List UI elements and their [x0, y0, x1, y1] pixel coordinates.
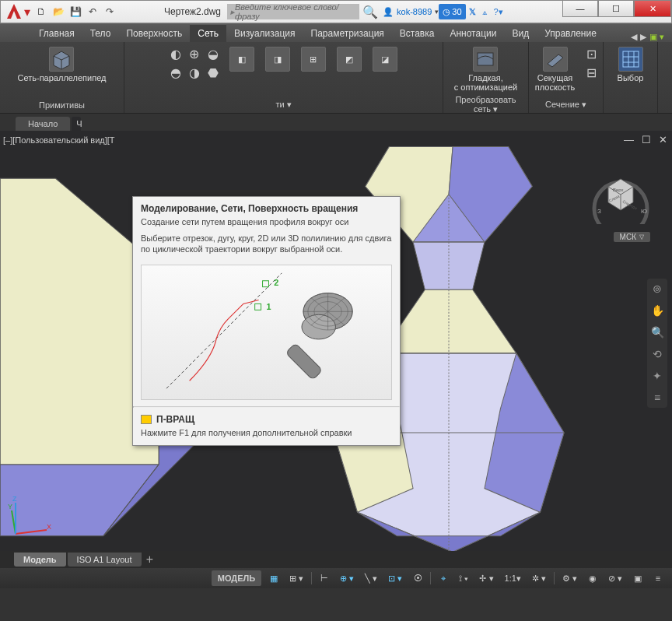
sb-3dosnap-icon[interactable]: ⦿ [410, 570, 425, 586]
minimize-button[interactable]: — [562, 0, 598, 17]
tooltip-command: П-ВРАЩ [133, 408, 400, 426]
ribbon-scroll-right-icon[interactable]: ▶ [640, 32, 646, 42]
help-icon[interactable]: ?▾ [491, 4, 506, 19]
trial-badge[interactable]: ◷30 [439, 4, 465, 19]
qat-redo-icon[interactable]: ↷ [102, 4, 117, 19]
search-icon[interactable]: 🔍 [362, 5, 378, 19]
section-tool-icon[interactable]: ⊡ [583, 45, 600, 62]
mesh-refine-icon[interactable]: ⊞ [298, 45, 329, 73]
ribbon-tab[interactable]: Вид [504, 25, 537, 42]
tooltip-title: Моделирование, Сети, Поверхность вращени… [133, 197, 400, 217]
command-tooltip: Моделирование, Сети, Поверхность вращени… [132, 196, 401, 446]
wcs-label[interactable]: МСК▽ [614, 232, 650, 242]
ribbon-tab-active[interactable]: Сеть [190, 25, 226, 42]
sb-hardware-icon[interactable]: ◉ [585, 570, 600, 586]
ribbon-tab[interactable]: Визуализация [226, 25, 303, 42]
ribbon-scroll-left-icon[interactable]: ◀ [631, 32, 637, 42]
mesh-box-button[interactable]: Сеть-параллелепипед [15, 45, 110, 84]
showmotion-icon[interactable]: ✦ [650, 369, 664, 383]
layout-tab-model[interactable]: Модель [14, 553, 66, 567]
layout-tab[interactable]: ISO A1 Layout [68, 553, 142, 567]
sb-anno-vis-icon[interactable]: ✲ ▾ [529, 570, 549, 586]
svg-text:Верх: Верх [613, 188, 624, 192]
mesh-smooth-more-icon[interactable]: ◧ [226, 45, 257, 73]
svg-text:2: 2 [274, 277, 278, 286]
svg-rect-4 [478, 53, 493, 65]
panel-convert: Гладкая, с оптимизацией Преобразовать се… [443, 42, 529, 113]
section-plane-button[interactable]: Секущая плоскость [532, 45, 578, 93]
sb-isolate-icon[interactable]: ⊘ ▾ [605, 570, 625, 586]
sb-customize-icon[interactable]: ≡ [650, 570, 666, 586]
mesh-tool-icon[interactable]: ◐ [167, 45, 184, 62]
drawing-viewport[interactable]: [–][Пользовательский вид][Т — ☐ ✕ [0, 131, 672, 568]
mesh-tool-icon[interactable]: ◒ [205, 45, 222, 62]
maximize-button[interactable]: ☐ [598, 0, 634, 17]
panel-label: Сечение ▾ [545, 98, 586, 111]
sb-gizmo-icon[interactable]: ✢ ▾ [476, 570, 496, 586]
sb-dynamic-ucs-icon[interactable]: ⌖ [436, 570, 451, 586]
viewcube[interactable]: З Ю Верх Слева Спереди [590, 162, 652, 224]
exchange-icon[interactable]: 𝕏 [466, 4, 479, 19]
file-tab-strip: Начало Ч [0, 114, 672, 131]
sb-filter-icon[interactable]: ⟟ ▾ [456, 570, 471, 586]
ribbon-tab[interactable]: Аннотации [442, 25, 504, 42]
pan-icon[interactable]: ✋ [650, 303, 664, 318]
panel-label: Преобразовать сеть ▾ [448, 93, 523, 116]
svg-rect-47 [255, 303, 261, 310]
mesh-crease-icon[interactable]: ◩ [334, 45, 365, 73]
mesh-smooth-less-icon[interactable]: ◨ [262, 45, 293, 73]
qat-open-icon[interactable]: 📂 [51, 4, 66, 19]
close-button[interactable]: ✕ [634, 0, 671, 17]
smooth-optimized-button[interactable]: Гладкая, с оптимизацией [451, 45, 520, 93]
mesh-uncrease-icon[interactable]: ◪ [369, 45, 401, 73]
svg-text:X: X [47, 523, 51, 531]
svg-line-38 [16, 530, 47, 534]
svg-text:Y: Y [8, 503, 12, 510]
mesh-tool-icon[interactable]: ⬣ [205, 64, 222, 81]
svg-rect-51 [285, 342, 323, 380]
a360-icon[interactable]: ⟁ [479, 4, 491, 19]
full-nav-wheel-icon[interactable]: ⊚ [650, 282, 664, 296]
ribbon-tab[interactable]: Тело [82, 25, 119, 42]
ribbon-tab-strip: Главная Тело Поверхность Сеть Визуализац… [0, 23, 672, 42]
app-logo[interactable] [4, 2, 24, 22]
sb-ortho-icon[interactable]: ⊢ [317, 570, 332, 586]
qat-save-icon[interactable]: 💾 [68, 4, 83, 19]
search-input[interactable]: ▸ Введите ключевое слово/фразу [227, 4, 359, 19]
selection-button[interactable]: Выбор [614, 45, 647, 84]
ribbon-tab[interactable]: Параметризация [303, 25, 392, 42]
svg-rect-45 [263, 280, 269, 286]
sb-grid-icon[interactable]: ▦ [266, 570, 282, 586]
section-tool-icon[interactable]: ⊟ [583, 64, 600, 81]
sb-iso-icon[interactable]: ╲ ▾ [362, 570, 380, 586]
file-tab-active[interactable]: Ч [72, 117, 81, 131]
zoom-icon[interactable]: 🔍 [650, 325, 664, 339]
sb-clean-icon[interactable]: ▣ [630, 570, 646, 586]
orbit-icon[interactable]: ⟲ [650, 347, 664, 361]
command-icon [141, 415, 152, 424]
layout-tab-add-icon[interactable]: + [143, 550, 157, 568]
file-tab[interactable]: Начало [16, 117, 70, 131]
ribbon-tab[interactable]: Вставка [392, 25, 443, 42]
qat-new-icon[interactable]: 🗋 [33, 4, 49, 19]
sb-workspace-icon[interactable]: ⚙ ▾ [559, 570, 580, 586]
mesh-tool-icon[interactable]: ⊕ [186, 45, 203, 62]
ribbon-tab[interactable]: Поверхность [118, 25, 190, 42]
svg-text:1: 1 [267, 302, 271, 311]
panel-label: ти ▾ [275, 98, 291, 111]
mesh-tool-icon[interactable]: ◓ [167, 64, 184, 81]
svg-text:Z: Z [12, 495, 17, 503]
ribbon-tab[interactable]: Главная [31, 25, 82, 42]
mesh-tool-icon[interactable]: ◑ [186, 64, 203, 81]
ribbon-tab[interactable]: Управление [537, 25, 604, 42]
sb-snap-icon[interactable]: ⊞ ▾ [286, 570, 306, 586]
qat-undo-icon[interactable]: ↶ [85, 4, 100, 19]
ucs-icon[interactable]: X Y Z [8, 495, 54, 545]
nav-collapse-icon[interactable]: ≡ [650, 391, 664, 405]
user-account[interactable]: 👤 kok-8989 ▾ [383, 7, 439, 17]
sb-polar-icon[interactable]: ⊕ ▾ [337, 570, 357, 586]
ribbon-tab-bullet-icon[interactable]: ▣ ▾ [649, 32, 664, 42]
sb-osnap-icon[interactable]: ⊡ ▾ [385, 570, 405, 586]
sb-model-button[interactable]: МОДЕЛЬ [212, 570, 261, 586]
sb-anno-scale[interactable]: 1:1 ▾ [502, 570, 524, 586]
